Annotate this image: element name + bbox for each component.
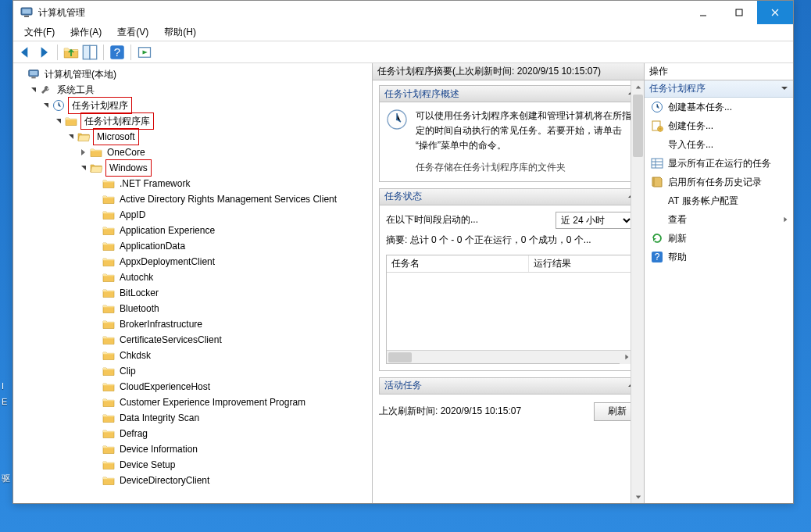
toolbar-help[interactable] <box>109 44 126 61</box>
tree-item[interactable]: .NET Framework <box>13 176 372 191</box>
tree-windows[interactable]: Windows <box>13 160 372 176</box>
tree-label: AppID <box>118 207 147 223</box>
expand-toggle-icon[interactable] <box>41 101 51 110</box>
no-toggle <box>91 429 101 438</box>
tree-system-tools[interactable]: 系统工具 <box>13 82 372 98</box>
tree-label: Microsoft <box>95 129 137 145</box>
toolbar-up[interactable] <box>63 44 80 61</box>
tree-label: Windows <box>108 160 149 176</box>
expand-toggle-icon[interactable] <box>66 132 76 141</box>
tree-item[interactable]: Application Experience <box>13 223 372 238</box>
tree-item[interactable]: CloudExperienceHost <box>13 379 372 395</box>
tree-item[interactable]: Device Information <box>13 441 372 457</box>
folder-icon <box>65 115 77 127</box>
action-show-running[interactable]: 显示所有正在运行的任务 <box>645 154 793 173</box>
status-period-select[interactable]: 近 24 小时 <box>556 212 634 229</box>
expand-toggle-icon[interactable] <box>79 148 88 157</box>
footer-row: 上次刷新时间: 2020/9/15 10:15:07 刷新 <box>379 402 641 421</box>
expand-toggle-icon[interactable] <box>29 85 38 95</box>
action-refresh[interactable]: 刷新 <box>645 229 793 248</box>
tree-item[interactable]: BitLocker <box>13 285 372 301</box>
tree-task-scheduler[interactable]: 任务计划程序 <box>13 98 372 113</box>
folder-icon <box>102 412 115 424</box>
tree-item[interactable]: AppID <box>13 207 372 223</box>
folder-icon <box>102 380 115 393</box>
action-view[interactable]: 查看 <box>645 210 793 229</box>
expand-toggle-icon[interactable] <box>79 163 88 173</box>
no-toggle <box>91 288 101 298</box>
active-tasks-title[interactable]: 活动任务 <box>379 377 641 395</box>
tree-item[interactable]: Clip <box>13 363 372 379</box>
toolbar-forward[interactable] <box>35 44 52 61</box>
action-at-account[interactable]: AT 服务帐户配置 <box>645 191 793 210</box>
action-create-task[interactable]: 创建任务... <box>645 116 793 135</box>
folder-icon <box>102 349 115 362</box>
overview-more: 任务存储在任务计划程序库的文件夹 <box>416 160 634 175</box>
summary-pane: 任务计划程序摘要(上次刷新时间: 2020/9/15 10:15:07) 任务计… <box>373 63 645 503</box>
tree-pane[interactable]: 计算机管理(本地)系统工具任务计划程序任务计划程序库MicrosoftOneCo… <box>13 63 373 503</box>
scroll-down-icon[interactable] <box>631 490 644 503</box>
no-toggle <box>91 382 101 391</box>
scrollbar-thumb[interactable] <box>388 352 412 362</box>
action-enable-history[interactable]: 启用所有任务历史记录 <box>645 173 793 191</box>
toolbar-properties[interactable] <box>81 44 98 61</box>
tree-item[interactable]: Defrag <box>13 426 372 441</box>
folder-icon <box>102 255 115 268</box>
overview-title[interactable]: 任务计划程序概述 <box>379 85 641 102</box>
toolbar-run[interactable] <box>136 44 153 61</box>
svg-rect-15 <box>736 9 742 16</box>
action-label: 查看 <box>668 213 687 227</box>
desktop-label-I: I <box>2 381 4 391</box>
tree-item[interactable]: Chkdsk <box>13 348 372 363</box>
tree-item[interactable]: Device Setup <box>13 457 372 473</box>
status-title[interactable]: 任务状态 <box>379 188 641 205</box>
actions-category[interactable]: 任务计划程序 <box>645 80 793 98</box>
col-run-result[interactable]: 运行结果 <box>529 255 633 272</box>
tree-onecore[interactable]: OneCore <box>13 145 372 160</box>
tree-item[interactable]: BrokerInfrastructure <box>13 316 372 332</box>
tree-item[interactable]: Autochk <box>13 270 372 285</box>
folder-icon <box>102 459 115 471</box>
folder-icon <box>90 146 102 159</box>
col-task-name[interactable]: 任务名 <box>387 255 529 272</box>
action-label: 刷新 <box>668 232 687 245</box>
tree-microsoft[interactable]: Microsoft <box>13 129 372 145</box>
folder-icon <box>90 162 102 174</box>
tree-label: 计算机管理(本地) <box>43 66 118 82</box>
tree-item[interactable]: Customer Experience Improvement Program <box>13 395 372 410</box>
tree-item[interactable]: AppxDeploymentClient <box>13 254 372 270</box>
tree-label: OneCore <box>105 145 147 160</box>
toolbar-back[interactable] <box>16 44 34 61</box>
tree-label: ApplicationData <box>118 238 187 254</box>
action-label: AT 服务帐户配置 <box>668 195 738 208</box>
menu-help[interactable]: 帮助(H) <box>156 24 204 41</box>
minimize-button[interactable] <box>685 1 721 24</box>
expand-toggle-icon[interactable] <box>54 116 63 126</box>
status-summary: 摘要: 总计 0 个 - 0 个正在运行，0 个成功，0 个... <box>386 234 634 247</box>
close-button[interactable] <box>757 1 793 24</box>
action-create-basic-task[interactable]: 创建基本任务... <box>645 98 793 116</box>
no-toggle <box>91 398 101 407</box>
tree-item[interactable]: Active Directory Rights Management Servi… <box>13 191 372 207</box>
action-help[interactable]: 帮助 <box>645 248 793 266</box>
scroll-up-icon[interactable] <box>631 80 644 94</box>
maximize-button[interactable] <box>721 1 757 24</box>
refresh-icon <box>651 232 663 245</box>
tree-item[interactable]: Bluetooth <box>13 301 372 316</box>
tree-label: Data Integrity Scan <box>118 410 201 426</box>
tree-item[interactable]: Data Integrity Scan <box>13 410 372 426</box>
tree-item[interactable]: CertificateServicesClient <box>13 332 372 348</box>
scrollbar-thumb[interactable] <box>633 95 643 157</box>
no-toggle <box>91 304 101 313</box>
tree-scheduler-library[interactable]: 任务计划程序库 <box>13 113 372 129</box>
clock-icon <box>386 109 408 130</box>
tree-item[interactable]: ApplicationData <box>13 238 372 254</box>
content-area: 计算机管理(本地)系统工具任务计划程序任务计划程序库MicrosoftOneCo… <box>13 63 793 503</box>
folder-icon <box>102 240 115 252</box>
tree-item[interactable]: DeviceDirectoryClient <box>13 473 372 488</box>
tree-root[interactable]: 计算机管理(本地) <box>13 66 372 82</box>
table-scrollbar-h[interactable] <box>387 350 633 363</box>
action-import-task[interactable]: 导入任务... <box>645 135 793 154</box>
summary-scrollbar-v[interactable] <box>631 80 644 503</box>
folder-icon <box>102 318 115 330</box>
